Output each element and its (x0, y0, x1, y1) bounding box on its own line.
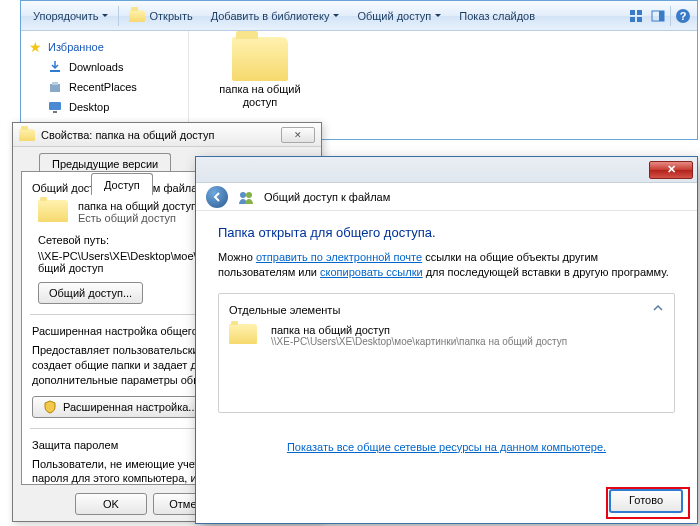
toolbar-organize[interactable]: Упорядочить (25, 7, 116, 25)
svg-rect-12 (53, 111, 57, 113)
help-icon: ? (675, 8, 691, 24)
svg-point-13 (240, 192, 246, 198)
close-icon: ✕ (294, 130, 302, 140)
advanced-sharing-button[interactable]: Расширенная настройка... (32, 396, 209, 418)
arrow-left-icon (211, 191, 223, 203)
svg-rect-3 (637, 17, 642, 22)
nav-item-label: Downloads (69, 61, 123, 73)
toolbar-share-with-label: Общий доступ (357, 10, 431, 22)
shared-item-name: папка на общий доступ (271, 324, 567, 336)
svg-rect-0 (630, 10, 635, 15)
headline: Папка открыта для общего доступа. (218, 225, 675, 240)
breadcrumb-label: Общий доступ к файлам (264, 191, 390, 203)
toolbar-slideshow-label: Показ слайдов (459, 10, 535, 22)
done-label: Готово (629, 494, 663, 506)
toolbar-slideshow[interactable]: Показ слайдов (451, 7, 543, 25)
share-state: Есть общий доступ (78, 212, 197, 224)
breadcrumb-bar: Общий доступ к файлам (196, 183, 697, 211)
svg-rect-2 (630, 17, 635, 22)
toolbar-add-to-library[interactable]: Добавить в библиотеку (203, 7, 348, 25)
preview-pane-button[interactable] (648, 6, 668, 26)
collapse-button[interactable] (652, 302, 664, 316)
nav-item-recent[interactable]: RecentPlaces (25, 77, 184, 97)
tab-label: Доступ (104, 179, 140, 191)
svg-rect-5 (659, 11, 664, 21)
folder-icon (229, 324, 261, 350)
chevron-down-icon (435, 14, 441, 17)
shield-icon (43, 400, 57, 414)
nav-item-label: Desktop (69, 101, 109, 113)
view-options-button[interactable] (626, 6, 646, 26)
svg-rect-11 (49, 102, 61, 110)
ok-button[interactable]: OK (75, 493, 147, 515)
people-icon (238, 189, 254, 205)
toolbar-separator (118, 6, 119, 26)
toolbar-open-label: Открыть (149, 10, 192, 22)
shared-item[interactable]: папка на общий доступ \\XE-PC\Users\XE\D… (229, 322, 664, 352)
file-sharing-body: Папка открыта для общего доступа. Можно … (196, 211, 697, 453)
svg-rect-10 (52, 82, 58, 85)
advanced-sharing-button-label: Расширенная настройка... (63, 401, 198, 413)
svg-text:?: ? (680, 10, 687, 22)
folder-item[interactable]: папка на общий доступ (215, 37, 305, 109)
download-icon (47, 59, 63, 75)
properties-title: Свойства: папка на общий доступ (41, 129, 275, 141)
chevron-down-icon (102, 14, 108, 17)
toolbar-share-with[interactable]: Общий доступ (349, 7, 449, 25)
folder-name: папка на общий доступ (78, 200, 197, 212)
toolbar-separator (670, 6, 671, 26)
tab-sharing[interactable]: Доступ (91, 173, 153, 195)
file-sharing-titlebar[interactable]: ✕ (196, 157, 697, 183)
recent-icon (47, 79, 63, 95)
share-button-label: Общий доступ... (49, 287, 132, 299)
svg-rect-8 (50, 70, 60, 72)
instruction-text: Можно отправить по электронной почте ссы… (218, 250, 675, 281)
svg-rect-1 (637, 10, 642, 15)
star-icon: ★ (29, 39, 42, 55)
nav-item-downloads[interactable]: Downloads (25, 57, 184, 77)
help-button[interactable]: ? (673, 6, 693, 26)
favorites-label: Избранное (48, 41, 104, 53)
view-grid-icon (629, 9, 643, 23)
ok-label: OK (103, 498, 119, 510)
footer-link-row: Показать все общие сетевые ресурсы на да… (218, 441, 675, 453)
tab-previous-versions[interactable]: Предыдущие версии (39, 153, 171, 173)
show-all-shares-link[interactable]: Показать все общие сетевые ресурсы на да… (287, 441, 606, 453)
close-button[interactable]: ✕ (649, 161, 693, 179)
folder-label: папка на общий доступ (215, 83, 305, 109)
toolbar-open[interactable]: Открыть (121, 7, 200, 25)
folder-icon (19, 129, 35, 141)
close-icon: ✕ (667, 163, 676, 176)
shared-items-title: Отдельные элементы (229, 304, 664, 316)
shared-item-path: \\XE-PC\Users\XE\Desktop\мое\картинки\па… (271, 336, 567, 347)
svg-point-14 (246, 192, 252, 198)
svg-rect-9 (50, 84, 60, 92)
file-sharing-dialog: ✕ Общий доступ к файлам Папка открыта дл… (195, 156, 698, 524)
desktop-icon (47, 99, 63, 115)
done-button[interactable]: Готово (609, 489, 683, 513)
explorer-toolbar: Упорядочить Открыть Добавить в библиотек… (21, 1, 697, 31)
folder-icon (129, 10, 145, 22)
tab-label: Предыдущие версии (52, 158, 158, 170)
chevron-up-icon (652, 302, 664, 314)
toolbar-add-to-library-label: Добавить в библиотеку (211, 10, 330, 22)
file-sharing-buttons: Готово (196, 489, 697, 513)
chevron-down-icon (333, 14, 339, 17)
close-button[interactable]: ✕ (281, 127, 315, 143)
nav-item-desktop[interactable]: Desktop (25, 97, 184, 117)
toolbar-organize-label: Упорядочить (33, 10, 98, 22)
properties-titlebar[interactable]: Свойства: папка на общий доступ ✕ (13, 123, 321, 147)
copy-links-link[interactable]: скопировать ссылки (320, 266, 423, 278)
shared-items-group: Отдельные элементы папка на общий доступ… (218, 293, 675, 413)
email-link[interactable]: отправить по электронной почте (256, 251, 422, 263)
favorites-header[interactable]: ★ Избранное (25, 37, 184, 57)
panel-icon (651, 9, 665, 23)
folder-icon (232, 37, 288, 81)
share-button[interactable]: Общий доступ... (38, 282, 143, 304)
explorer-window: Упорядочить Открыть Добавить в библиотек… (20, 0, 698, 140)
folder-icon (38, 200, 70, 226)
back-button[interactable] (206, 186, 228, 208)
nav-item-label: RecentPlaces (69, 81, 137, 93)
